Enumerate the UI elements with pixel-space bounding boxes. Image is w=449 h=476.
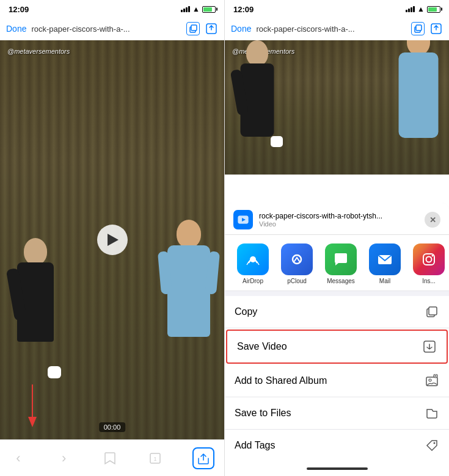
save-files-icon <box>425 406 439 420</box>
back-button[interactable] <box>10 450 27 467</box>
share-sheet-filename: rock-paper-ciscors-with-a-robot-ytsh... <box>259 212 425 220</box>
mail-icon <box>369 243 401 275</box>
add-tags-icon <box>425 438 439 453</box>
share-sheet-header: rock-paper-ciscors-with-a-robot-ytsh... … <box>225 203 449 235</box>
mail-button[interactable]: Mail <box>363 243 407 284</box>
share-sheet: rock-paper-ciscors-with-a-robot-ytsh... … <box>225 203 449 476</box>
add-tags-label: Add Tags <box>235 440 425 451</box>
share-sheet-filetype: Video <box>259 220 425 228</box>
left-watermark: @metaversementors <box>7 48 70 55</box>
share-sheet-close-button[interactable]: ✕ <box>425 212 440 228</box>
save-video-action[interactable]: Save Video <box>226 330 448 364</box>
action-list: Copy Save Video <box>225 296 449 461</box>
instagram-icon <box>413 243 445 275</box>
copy-icon <box>425 305 439 319</box>
svg-point-19 <box>426 257 432 262</box>
svg-point-25 <box>429 379 431 381</box>
right-status-icons: ▲ <box>406 5 440 13</box>
airdrop-icon <box>237 243 269 275</box>
pcloud-label: pCloud <box>287 278 307 284</box>
mail-label: Mail <box>379 278 390 284</box>
save-to-files-action[interactable]: Save to Files <box>225 397 449 430</box>
right-signal-icon <box>406 6 415 12</box>
left-copy-tab-button[interactable] <box>186 22 200 35</box>
instagram-button[interactable]: Ins... <box>407 243 449 284</box>
add-tags-action[interactable]: Add Tags <box>225 430 449 461</box>
right-phone: 12:09 ▲ Done rock-paper-ciscors-with-a-.… <box>225 0 449 476</box>
right-status-bar: 12:09 ▲ <box>225 0 449 17</box>
save-video-icon <box>422 339 437 354</box>
shared-album-icon <box>425 373 439 388</box>
pcloud-button[interactable]: pCloud <box>275 243 319 284</box>
svg-point-16 <box>293 255 301 264</box>
airdrop-button[interactable]: AirDrop <box>231 243 275 284</box>
left-phone: 12:09 ▲ Done rock-paper-ciscors-with-a-.… <box>0 0 225 476</box>
home-bar <box>307 467 368 470</box>
app-icons-row: AirDrop pCloud <box>225 235 449 291</box>
messages-button[interactable]: Messages <box>319 243 363 284</box>
svg-rect-1 <box>191 25 197 31</box>
left-status-bar: 12:09 ▲ <box>0 0 224 17</box>
bookmark-button[interactable] <box>101 450 119 467</box>
save-video-label: Save Video <box>237 341 422 352</box>
left-status-icons: ▲ <box>181 5 216 13</box>
left-share-top-button[interactable] <box>205 22 218 35</box>
right-battery-icon <box>427 6 440 13</box>
play-button[interactable] <box>97 225 128 255</box>
pcloud-icon <box>281 243 313 275</box>
airdrop-label: AirDrop <box>243 278 263 284</box>
add-shared-album-action[interactable]: Add to Shared Album <box>225 365 449 397</box>
left-video[interactable]: @metaversementors 00:00 <box>0 40 224 439</box>
home-indicator <box>225 461 449 476</box>
right-url-text: rock-paper-ciscors-with-a-... <box>256 24 406 34</box>
right-video: @metaversementors <box>225 40 449 175</box>
tabs-button[interactable]: 1 <box>147 450 164 467</box>
svg-point-29 <box>434 442 436 444</box>
svg-point-20 <box>432 255 434 257</box>
signal-icon <box>181 6 190 12</box>
share-sheet-video-icon <box>233 210 253 229</box>
share-sheet-title-block: rock-paper-ciscors-with-a-robot-ytsh... … <box>259 212 425 228</box>
right-wifi-icon: ▲ <box>417 5 425 13</box>
right-share-top-button[interactable] <box>429 22 443 35</box>
left-timestamp: 00:00 <box>99 422 126 432</box>
battery-icon <box>202 6 216 13</box>
add-shared-album-label: Add to Shared Album <box>235 375 425 386</box>
left-time: 12:09 <box>9 5 29 14</box>
left-url-text: rock-paper-ciscors-with-a-... <box>31 24 181 34</box>
left-address-bar: Done rock-paper-ciscors-with-a-... <box>0 17 224 40</box>
copy-action[interactable]: Copy <box>225 296 449 328</box>
right-done-button[interactable]: Done <box>231 24 251 34</box>
right-address-bar: Done rock-paper-ciscors-with-a-... <box>225 17 449 40</box>
right-copy-tab-button[interactable] <box>411 22 425 35</box>
left-bottom-bar: 1 <box>0 439 224 476</box>
messages-icon <box>325 243 357 275</box>
svg-rect-22 <box>429 307 437 315</box>
instagram-label: Ins... <box>422 278 436 284</box>
messages-label: Messages <box>327 278 355 284</box>
save-to-files-label: Save to Files <box>235 408 425 419</box>
wifi-icon: ▲ <box>192 5 200 13</box>
svg-rect-9 <box>416 25 422 31</box>
svg-text:1: 1 <box>154 456 157 462</box>
forward-button[interactable] <box>56 450 73 467</box>
right-time: 12:09 <box>233 5 254 14</box>
left-done-button[interactable]: Done <box>6 24 26 34</box>
copy-label: Copy <box>235 306 425 317</box>
left-share-bottom-button[interactable] <box>192 447 214 469</box>
